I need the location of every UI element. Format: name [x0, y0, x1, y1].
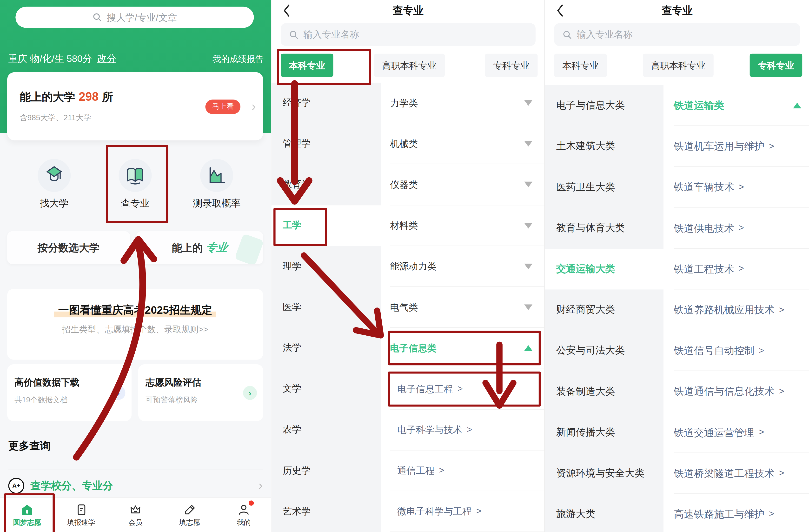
banner-title: 一图看懂重庆高考2025招生规定: [54, 303, 216, 317]
tab-college-major[interactable]: 专科专业: [485, 54, 537, 77]
tab-bachelor-major[interactable]: 本科专业: [554, 54, 607, 77]
sidebar-category[interactable]: 资源环境与安全大类: [545, 453, 664, 494]
admission-rules-banner[interactable]: 一图看懂重庆高考2025招生规定 招生类型、志愿填报个数、录取规则>>: [7, 289, 263, 360]
sidebar-category[interactable]: 文学: [271, 368, 381, 410]
tab-fill-application[interactable]: 填志愿: [162, 498, 217, 532]
select-university-by-score-button[interactable]: 按分数选大学: [7, 231, 130, 264]
sidebar-category[interactable]: 艺术学: [271, 491, 381, 532]
sidebar-category[interactable]: 医学: [271, 287, 381, 328]
admissible-majors-button[interactable]: 能上的 专业: [136, 231, 263, 264]
major-item-row[interactable]: 微电子科学与工程>: [381, 491, 545, 532]
major-group-row[interactable]: 力学类: [381, 83, 545, 124]
major-group-row[interactable]: 能源动力类: [381, 246, 545, 287]
major-label: 电子信息类: [390, 342, 436, 354]
expand-triangle-icon[interactable]: [524, 100, 532, 106]
risk-evaluation-card[interactable]: 志愿风险评估 可预警落榜风险 ›: [138, 364, 263, 421]
sidebar-category[interactable]: 经济学: [271, 83, 381, 124]
expand-triangle-icon[interactable]: [524, 141, 532, 147]
change-score-link[interactable]: 改分: [97, 53, 116, 64]
data-download-card[interactable]: 高价值数据下载 共19个数据文档 ›: [7, 364, 132, 421]
major-item-row[interactable]: 电子信息工程>: [381, 368, 545, 410]
major-item-row[interactable]: 铁道桥梁隧道工程技术>: [664, 453, 809, 494]
score-report-link[interactable]: 我的成绩报告: [212, 54, 263, 65]
major-search-input[interactable]: 输入专业名称: [281, 23, 536, 46]
quick-action-find-university[interactable]: 找大学: [23, 159, 85, 210]
view-now-badge[interactable]: 马上看: [205, 100, 240, 114]
tab-college-major[interactable]: 专科专业: [750, 54, 802, 77]
banner-subtitle: 招生类型、志愿填报个数、录取规则>>: [7, 324, 263, 336]
major-item-row[interactable]: 铁道信号自动控制>: [664, 330, 809, 371]
school-score-query-link[interactable]: 查学校分、专业分: [30, 479, 113, 493]
major-label: 电子信息工程: [397, 383, 453, 395]
result-card-count: 298: [79, 90, 99, 103]
major-item-row[interactable]: 铁道通信与信息化技术>: [664, 371, 809, 412]
sidebar-category[interactable]: 交通运输大类: [545, 248, 664, 290]
major-item-row[interactable]: 铁道机车运用与维护>: [664, 126, 809, 167]
major-item-row[interactable]: 高速铁路施工与维护>: [664, 494, 809, 532]
major-item-row[interactable]: 铁道养路机械应用技术>: [664, 289, 809, 330]
sidebar-category[interactable]: 电子与信息大类: [545, 85, 664, 126]
school-score-query-row[interactable]: A+ 查学校分、专业分 ›: [8, 474, 263, 498]
sidebar-category[interactable]: 农学: [271, 409, 381, 450]
back-icon[interactable]: [556, 4, 564, 17]
major-group-row[interactable]: 仪器类: [381, 164, 545, 205]
expand-triangle-icon[interactable]: [524, 223, 532, 228]
tab-vocational-bachelor-major[interactable]: 高职本科专业: [643, 54, 713, 77]
chevron-right-icon[interactable]: ›: [111, 386, 125, 400]
sidebar-category[interactable]: 财经商贸大类: [545, 289, 664, 330]
collapse-triangle-icon[interactable]: [793, 103, 801, 108]
chevron-right-icon: >: [779, 468, 784, 479]
major-item-row[interactable]: 铁道交通运营管理>: [664, 412, 809, 453]
sidebar-category[interactable]: 法学: [271, 328, 381, 368]
major-label: 铁道通信与信息化技术: [674, 384, 775, 398]
major-item-row[interactable]: 铁道车辆技术>: [664, 167, 809, 208]
major-item-row[interactable]: 铁道供电技术>: [664, 208, 809, 248]
major-group-row[interactable]: 材料类: [381, 205, 545, 246]
major-item-row[interactable]: 通信工程>: [381, 450, 545, 491]
sidebar-category[interactable]: 公安与司法大类: [545, 330, 664, 371]
quick-action-admission-probability[interactable]: 测录取概率: [186, 159, 248, 210]
house-icon: [20, 503, 34, 516]
sidebar-category[interactable]: 历史学: [271, 450, 381, 491]
sidebar-category[interactable]: 医药卫生大类: [545, 167, 664, 208]
major-search-input[interactable]: 输入专业名称: [554, 23, 800, 46]
major-group-row[interactable]: 机械类: [381, 123, 545, 164]
major-item-row[interactable]: 电子科学与技术>: [381, 409, 545, 450]
sidebar-category-label: 交通运输大类: [556, 263, 615, 275]
major-label: 力学类: [390, 97, 418, 109]
collapse-triangle-icon[interactable]: [524, 345, 532, 351]
home-search-input[interactable]: 搜大学/专业/文章: [15, 7, 254, 28]
admissible-universities-card[interactable]: 能上的大学298所 含985大学、211大学 马上看 ›: [7, 72, 263, 140]
tab-vocational-bachelor-major[interactable]: 高职本科专业: [374, 54, 445, 77]
major-group-row[interactable]: 电子信息类: [381, 328, 545, 368]
expand-triangle-icon[interactable]: [524, 305, 532, 310]
quick-action-find-major[interactable]: 查专业: [104, 159, 166, 210]
back-icon[interactable]: [283, 4, 291, 17]
degree-tabs: 本科专业 高职本科专业 专科专业: [281, 54, 538, 77]
major-item-row[interactable]: 铁道工程技术>: [664, 248, 809, 290]
page-title: 查专业: [662, 3, 693, 17]
tab-membership[interactable]: 会员: [108, 498, 162, 532]
major-label: 材料类: [390, 220, 418, 232]
sidebar-category[interactable]: 理学: [271, 246, 381, 287]
major-label: 铁道供电技术: [674, 221, 734, 235]
sidebar-category[interactable]: 旅游大类: [545, 494, 664, 532]
tab-home[interactable]: 圆梦志愿: [0, 498, 54, 532]
sidebar-category[interactable]: 教育与体育大类: [545, 208, 664, 248]
major-group-row[interactable]: 铁道运输类: [664, 85, 809, 126]
expand-triangle-icon[interactable]: [524, 182, 532, 188]
sidebar-category[interactable]: 装备制造大类: [545, 371, 664, 412]
sidebar-category[interactable]: 管理学: [271, 123, 381, 164]
sidebar-category[interactable]: 工学: [271, 205, 381, 246]
major-group-row[interactable]: 电气类: [381, 287, 545, 328]
home-screen: 搜大学/专业/文章 重庆 物/化/生 580分改分 我的成绩报告 能上的大学29…: [0, 0, 271, 532]
expand-triangle-icon[interactable]: [524, 263, 532, 269]
sidebar-category[interactable]: 土木建筑大类: [545, 126, 664, 167]
tab-profile[interactable]: 我的: [217, 498, 271, 532]
sidebar-category-label: 理学: [283, 260, 302, 273]
tab-quick-learn[interactable]: 填报速学: [54, 498, 108, 532]
sidebar-category[interactable]: 新闻传播大类: [545, 412, 664, 453]
sidebar-category[interactable]: 教育学: [271, 164, 381, 205]
tab-bachelor-major[interactable]: 本科专业: [281, 54, 333, 77]
chevron-right-icon[interactable]: ›: [243, 386, 257, 400]
